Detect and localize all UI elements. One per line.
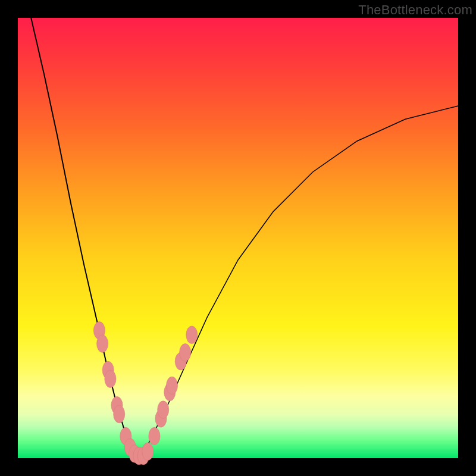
curve-right-branch	[137, 106, 458, 458]
data-marker	[97, 335, 108, 353]
data-marker	[105, 370, 116, 388]
data-marker	[180, 344, 191, 362]
data-marker	[142, 443, 154, 461]
curve-left-branch	[31, 18, 137, 458]
marker-group	[93, 322, 198, 465]
data-marker	[166, 377, 177, 394]
watermark-text: TheBottleneck.com	[358, 2, 472, 18]
data-marker	[149, 427, 160, 445]
data-marker	[158, 401, 169, 419]
chart-overlay	[18, 18, 458, 458]
data-marker	[114, 405, 125, 423]
curve-group	[31, 18, 458, 458]
data-marker	[186, 326, 198, 344]
